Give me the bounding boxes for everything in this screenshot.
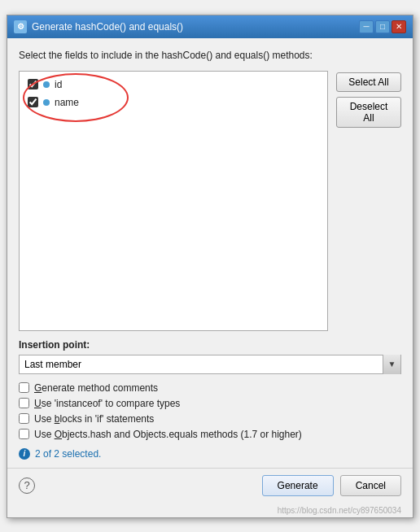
fields-list-container: id name xyxy=(19,71,328,331)
field-name-checkbox[interactable] xyxy=(28,97,38,107)
minimize-button[interactable]: ─ xyxy=(359,20,374,33)
checkbox-row: Generate method comments xyxy=(19,382,401,394)
title-bar-left: ⚙ Generate hashCode() and equals() xyxy=(14,20,183,33)
blocks-label: Use blocks in 'if' statements xyxy=(34,413,154,425)
list-item: id xyxy=(24,76,322,93)
content-area: id name Select All Deselect All xyxy=(19,71,401,331)
list-item: name xyxy=(24,94,322,111)
instanceof-label: Use 'instanceof' to compare types xyxy=(34,398,180,409)
insertion-label: Insertion point: xyxy=(19,339,401,351)
watermark: https://blog.csdn.net/cy897650034 xyxy=(7,506,413,517)
insertion-dropdown-value: Last member xyxy=(24,359,383,370)
select-all-button[interactable]: Select All xyxy=(336,72,401,92)
generate-comments-label: Generate method comments xyxy=(34,382,158,394)
insertion-section: Insertion point: Last member ▼ xyxy=(19,339,401,374)
status-text: 2 of 2 selected. xyxy=(35,448,101,460)
dialog-window: ⚙ Generate hashCode() and equals() ─ □ ✕… xyxy=(7,15,413,518)
blocks-checkbox[interactable] xyxy=(19,413,29,424)
field-id-checkbox[interactable] xyxy=(28,79,38,89)
help-icon[interactable]: ? xyxy=(19,477,35,494)
dialog-footer: ? Generate Cancel xyxy=(7,468,413,506)
info-icon: i xyxy=(19,448,30,460)
instanceof-checkbox[interactable] xyxy=(19,398,29,408)
dialog-icon: ⚙ xyxy=(14,20,27,33)
side-buttons: Select All Deselect All xyxy=(336,71,401,331)
footer-buttons: Generate Cancel xyxy=(262,475,401,496)
insertion-dropdown[interactable]: Last member ▼ xyxy=(19,355,401,374)
deselect-all-button[interactable]: Deselect All xyxy=(336,97,401,128)
field-dot-icon xyxy=(43,99,50,106)
generate-button[interactable]: Generate xyxy=(262,475,334,496)
title-bar-controls: ─ □ ✕ xyxy=(359,20,406,33)
description-text: Select the fields to include in the hash… xyxy=(19,50,401,61)
field-id-label: id xyxy=(55,79,62,90)
title-text: Generate hashCode() and equals() xyxy=(32,21,183,33)
checkbox-row: Use 'instanceof' to compare types xyxy=(19,398,401,409)
title-bar: ⚙ Generate hashCode() and equals() ─ □ ✕ xyxy=(7,15,413,38)
generate-comments-checkbox[interactable] xyxy=(19,382,29,393)
checkbox-row: Use blocks in 'if' statements xyxy=(19,413,401,425)
dialog-body: Select the fields to include in the hash… xyxy=(7,38,413,468)
field-dot-icon xyxy=(43,81,50,88)
objects-hash-label: Use Objects.hash and Objects.equals meth… xyxy=(34,429,302,440)
maximize-button[interactable]: □ xyxy=(375,20,390,33)
field-name-label: name xyxy=(55,97,79,108)
checkboxes-section: Generate method comments Use 'instanceof… xyxy=(19,382,401,440)
status-row: i 2 of 2 selected. xyxy=(19,448,401,460)
objects-hash-checkbox[interactable] xyxy=(19,429,29,439)
dropdown-arrow-icon: ▼ xyxy=(383,355,400,374)
cancel-button[interactable]: Cancel xyxy=(340,475,401,496)
checkbox-row: Use Objects.hash and Objects.equals meth… xyxy=(19,429,401,440)
close-button[interactable]: ✕ xyxy=(392,20,406,33)
